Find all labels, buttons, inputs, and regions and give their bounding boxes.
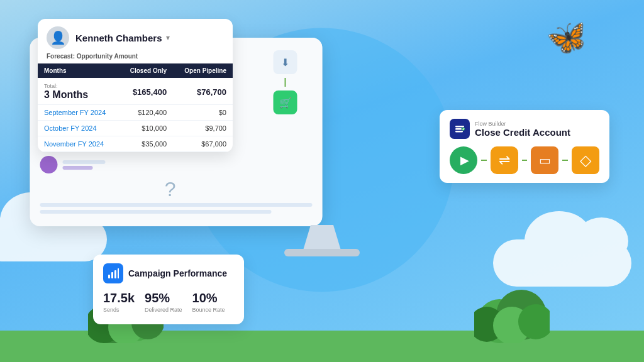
- flow-steps: ▶ ⇌ ▭ ◇: [450, 146, 599, 174]
- closed-amount: $120,400: [119, 105, 173, 121]
- svg-rect-14: [455, 126, 464, 128]
- svg-rect-13: [118, 268, 119, 278]
- col-months: Months: [38, 63, 119, 78]
- flow-connector-2: [522, 160, 528, 161]
- avatar: [40, 156, 58, 173]
- list-item: [40, 156, 141, 173]
- person-avatar: 👤: [47, 26, 69, 49]
- dropdown-arrow-icon[interactable]: ▾: [166, 33, 170, 42]
- cloud-right: [493, 239, 631, 287]
- stat-delivered: 95% Delivered Rate: [145, 291, 182, 313]
- table-row: October FY 2024 $10,000 $9,700: [38, 121, 233, 136]
- flow-connector-vertical: [285, 78, 286, 87]
- flow-step-diamond: ◇: [572, 146, 599, 174]
- stat-label-sends: Sends: [103, 307, 135, 313]
- flow-step-play: ▶: [450, 146, 477, 174]
- stat-label-delivered: Delivered Rate: [145, 307, 182, 313]
- table-row: November FY 2024 $35,000 $67,000: [38, 136, 233, 152]
- total-period: 3 Months: [44, 89, 88, 100]
- flow-connector-1: [481, 160, 487, 161]
- month-link[interactable]: September FY 2024: [44, 109, 106, 116]
- closed-amount: $10,000: [119, 121, 173, 136]
- flow-builder-icon: [450, 119, 470, 139]
- cart-icon-box: 🛒: [274, 90, 297, 114]
- total-closed: $165,400: [133, 87, 167, 97]
- svg-rect-11: [111, 272, 113, 278]
- open-amount: $67,000: [173, 136, 233, 152]
- campaign-header: Campaign Performance: [103, 263, 234, 283]
- svg-rect-16: [455, 131, 463, 133]
- svg-rect-10: [108, 275, 110, 278]
- question-mark: ?: [165, 178, 176, 201]
- flow-connector-3: [562, 160, 568, 161]
- forecast-header: 👤 Kenneth Chambers ▾: [38, 19, 233, 53]
- forecast-table: Months Closed Only Open Pipeline Total: …: [38, 63, 233, 152]
- total-label: Total:: [44, 83, 113, 89]
- download-icon-box: ⬇: [274, 50, 297, 74]
- open-amount: $9,700: [173, 121, 233, 136]
- stat-label-bounce: Bounce Rate: [192, 307, 225, 313]
- flow-card-header: Flow Builder Close Credit Account: [450, 119, 599, 139]
- col-closed: Closed Only: [119, 63, 173, 78]
- total-row: Total: 3 Months $165,400 $76,700: [38, 78, 233, 105]
- total-open: $76,700: [197, 87, 226, 97]
- forecast-card: 👤 Kenneth Chambers ▾ Forecast: Opportuni…: [38, 19, 233, 152]
- month-link[interactable]: October FY 2024: [44, 124, 97, 132]
- flow-step-settings: ⇌: [491, 146, 518, 174]
- open-amount: $0: [173, 105, 233, 121]
- stat-value-sends: 17.5k: [103, 291, 135, 305]
- col-open: Open Pipeline: [173, 63, 233, 78]
- bush-right: [474, 280, 550, 343]
- stat-sends: 17.5k Sends: [103, 291, 135, 313]
- closed-amount: $35,000: [119, 136, 173, 152]
- campaign-stats: 17.5k Sends 95% Delivered Rate 10% Bounc…: [103, 291, 234, 313]
- month-link[interactable]: November FY 2024: [44, 140, 104, 148]
- flow-step-screen: ▭: [531, 146, 558, 174]
- svg-rect-15: [455, 128, 462, 130]
- table-row: September FY 2024 $120,400 $0: [38, 105, 233, 121]
- svg-rect-12: [114, 270, 116, 278]
- campaign-card: Campaign Performance 17.5k Sends 95% Del…: [93, 255, 244, 324]
- stat-value-delivered: 95%: [145, 291, 182, 305]
- campaign-icon: [103, 263, 123, 283]
- butterfly: 🦋: [543, 16, 591, 60]
- stat-bounce: 10% Bounce Rate: [192, 291, 225, 313]
- forecast-subtitle: Forecast: Opportunity Amount: [38, 53, 233, 63]
- flow-builder-label: Flow Builder: [475, 121, 570, 127]
- person-name: Kenneth Chambers: [75, 33, 162, 43]
- monitor-base: [284, 249, 360, 256]
- flow-builder-card: Flow Builder Close Credit Account ▶ ⇌ ▭ …: [440, 110, 609, 183]
- stat-value-bounce: 10%: [192, 291, 225, 305]
- flow-builder-title: Close Credit Account: [475, 127, 570, 138]
- campaign-title: Campaign Performance: [128, 268, 227, 278]
